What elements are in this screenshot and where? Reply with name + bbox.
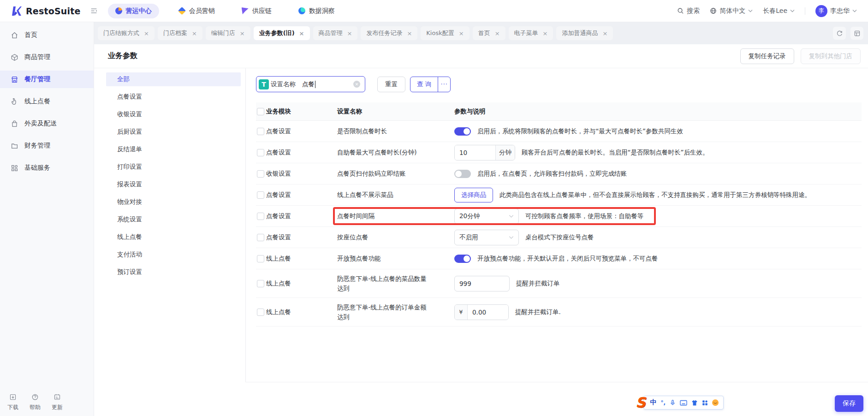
refresh-icon[interactable] [833, 27, 846, 40]
close-tab-icon[interactable]: × [495, 30, 500, 36]
row-description: 此类商品包含在线上点餐菜单中，但不会直接展示给顾客，不支持直接购买，通常用于第三… [499, 191, 811, 199]
voice-icon[interactable] [670, 399, 676, 406]
row-checkbox[interactable] [257, 255, 264, 262]
category-item[interactable]: 支付活动 [106, 248, 241, 261]
table-header: 业务模块设置名称参数与说明 [256, 102, 862, 121]
category-item[interactable]: 全部 [106, 72, 241, 86]
emoji-icon[interactable] [712, 399, 719, 406]
copy-task-record-button[interactable]: 复制任务记录 [740, 48, 794, 64]
nav-item-membership[interactable]: 会员营销 [171, 4, 222, 18]
content: 全部点餐设置收银设置后厨设置反结退单打印设置报表设置物业对接系统设置线上点餐支付… [94, 68, 868, 416]
category-item[interactable]: 后厨设置 [106, 125, 241, 139]
category-item[interactable]: 预订设置 [106, 265, 241, 279]
language-switcher[interactable]: 简体中文 [710, 7, 753, 15]
sidebar-item-home[interactable]: 首页 [0, 26, 94, 44]
tab-item[interactable]: 门店结账方式× [98, 26, 155, 40]
online-order-icon [11, 98, 18, 106]
category-item[interactable]: 打印设置 [106, 160, 241, 174]
sidebar-collapse-icon[interactable] [90, 7, 98, 15]
close-tab-icon[interactable]: × [240, 30, 245, 36]
param-input[interactable] [468, 305, 508, 320]
close-tab-icon[interactable]: × [459, 30, 464, 36]
select-value: 20分钟 [459, 212, 480, 220]
row-checkbox[interactable] [257, 309, 264, 316]
skin-icon[interactable] [691, 400, 698, 406]
row-checkbox[interactable] [257, 128, 264, 135]
tab-item[interactable]: 商品管理× [313, 26, 358, 40]
param-input[interactable] [454, 276, 510, 291]
tab-item[interactable]: 门店档案× [158, 26, 202, 40]
operations-icon [115, 7, 122, 14]
tab-item[interactable]: Kiosk配置× [421, 26, 469, 40]
tab-item[interactable]: 业务参数(旧)× [254, 26, 310, 40]
row-checkbox[interactable] [257, 234, 264, 241]
param-select[interactable]: 不启用 [454, 230, 519, 245]
close-tab-icon[interactable]: × [192, 30, 197, 36]
row-params: 开放预点餐功能，开关默认开启，关闭后只可预览菜单，不可点餐 [454, 255, 862, 263]
setting-name-input[interactable]: 点餐 [302, 80, 353, 89]
category-item[interactable]: 点餐设置 [106, 90, 241, 104]
reset-button[interactable]: 重置 [377, 77, 405, 92]
delivery-icon [11, 120, 18, 128]
close-tab-icon[interactable]: × [407, 30, 412, 36]
category-item[interactable]: 线上点餐 [106, 230, 241, 244]
category-item[interactable]: 系统设置 [106, 213, 241, 226]
toggle-on[interactable] [454, 127, 471, 136]
chinese-mode-icon[interactable]: 中 [650, 398, 657, 407]
nav-item-supply-chain[interactable]: 供应链 [234, 4, 279, 18]
category-item[interactable]: 收银设置 [106, 107, 241, 121]
close-tab-icon[interactable]: × [144, 30, 149, 36]
tab-item[interactable]: 添加普通商品× [556, 26, 613, 40]
row-params: ¥提醒并拦截订单. [454, 304, 862, 320]
close-tab-icon[interactable]: × [347, 30, 352, 36]
row-checkbox[interactable] [257, 280, 264, 287]
close-tab-icon[interactable]: × [543, 30, 548, 36]
nav-item-operations[interactable]: 营运中心 [108, 4, 159, 18]
sidebar-item-services[interactable]: 基础服务 [0, 159, 94, 177]
store-selector[interactable]: 长春Lee [763, 7, 795, 15]
row-checkbox[interactable] [257, 170, 264, 178]
keyboard-icon[interactable] [680, 400, 687, 406]
layout-icon[interactable] [850, 27, 863, 40]
copy-to-other-stores-button[interactable]: 复制到其他门店 [801, 48, 861, 64]
tab-item[interactable]: 首页× [473, 26, 505, 40]
sidebar-footer-download[interactable]: 下载 [7, 393, 18, 411]
toggle-on[interactable] [454, 255, 471, 263]
row-checkbox[interactable] [257, 149, 264, 156]
tab-item[interactable]: 发布任务记录× [361, 26, 417, 40]
translate-icon[interactable]: T [259, 79, 269, 89]
save-button[interactable]: 保存 [835, 395, 863, 412]
query-button[interactable]: 查 询 [410, 77, 438, 92]
category-item[interactable]: 反结退单 [106, 143, 241, 156]
row-checkbox[interactable] [257, 213, 264, 220]
sidebar-item-online-order[interactable]: 线上点餐 [0, 93, 94, 110]
sidebar-item-delivery[interactable]: 外卖及配送 [0, 115, 94, 132]
tab-item[interactable]: 电子菜单× [509, 26, 553, 40]
more-filters-button[interactable]: ··· [438, 77, 450, 92]
sidebar-footer-update[interactable]: 更新 [52, 393, 63, 411]
punctuation-icon[interactable]: °, [661, 399, 666, 406]
global-search[interactable]: 搜索 [677, 7, 700, 15]
tab-item[interactable]: 编辑门店× [206, 26, 250, 40]
select-all-checkbox[interactable] [257, 108, 264, 115]
category-item[interactable]: 物业对接 [106, 195, 241, 209]
close-tab-icon[interactable]: × [299, 30, 304, 36]
sidebar-item-restaurant[interactable]: 餐厅管理 [0, 71, 94, 88]
sidebar-footer-help[interactable]: 帮助 [30, 393, 41, 411]
row-checkbox[interactable] [257, 191, 264, 199]
nav-item-data-insight[interactable]: 数据洞察 [291, 4, 342, 18]
toggle-off[interactable] [454, 170, 471, 178]
sidebar-item-products[interactable]: 商品管理 [0, 48, 94, 66]
close-tab-icon[interactable]: × [602, 30, 607, 36]
row-setting-name: 点餐页扫付款码立即结账 [337, 169, 454, 178]
category-item[interactable]: 报表设置 [106, 178, 241, 191]
user-menu[interactable]: 李 李忠华 [815, 5, 857, 17]
clear-icon[interactable]: ✕ [353, 81, 360, 88]
sidebar-item-finance[interactable]: 财务管理 [0, 137, 94, 155]
param-input[interactable] [455, 145, 495, 160]
param-select[interactable]: 20分钟 [454, 208, 519, 224]
select-products-button[interactable]: 选择商品 [454, 188, 493, 202]
toolbox-icon[interactable] [702, 400, 708, 406]
sogou-logo-icon[interactable]: S [636, 396, 646, 410]
services-icon [11, 164, 18, 172]
